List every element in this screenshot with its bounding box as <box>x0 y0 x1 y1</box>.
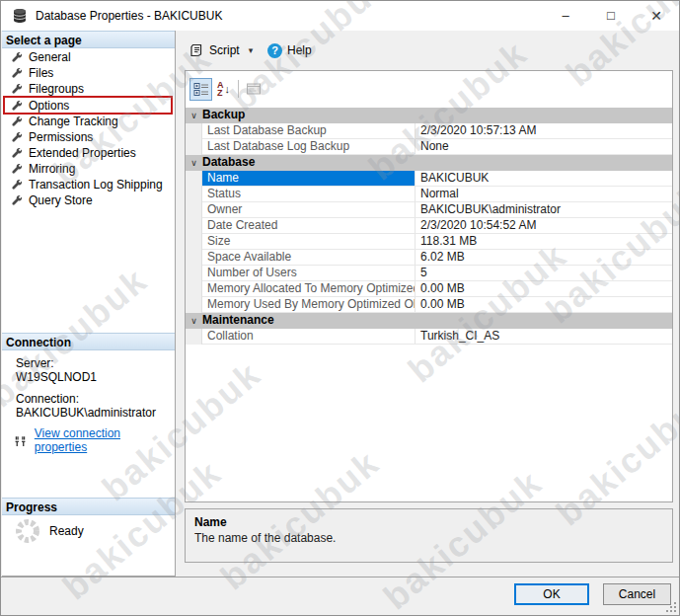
property-pages-button[interactable] <box>242 78 264 101</box>
property-value: 2/3/2020 10:57:13 AM <box>416 123 672 139</box>
property-row-collation[interactable]: Collation Turkish_CI_AS <box>186 329 672 345</box>
maximize-button[interactable]: □ <box>588 1 634 31</box>
property-value[interactable]: BAKICUBUK <box>416 171 672 187</box>
sidebar-item-label: Change Tracking <box>29 115 118 128</box>
categorized-view-button[interactable] <box>189 78 212 101</box>
description-text: The name of the database. <box>194 531 663 545</box>
sidebar: Select a page General Files Filegroups O… <box>2 31 176 577</box>
sidebar-item-transaction-log-shipping[interactable]: Transaction Log Shipping <box>2 177 175 192</box>
sidebar-item-label: General <box>29 50 71 64</box>
ok-button[interactable]: OK <box>514 583 589 605</box>
help-icon: ? <box>267 43 282 58</box>
property-row-space-available[interactable]: Space Available 6.02 MB <box>186 250 672 266</box>
wrench-icon <box>11 194 23 206</box>
property-value: 2/3/2020 10:54:52 AM <box>416 218 672 234</box>
property-value: BAKICUBUK\administrator <box>416 202 672 218</box>
property-label: Last Database Backup <box>202 123 416 139</box>
property-row-date-created[interactable]: Date Created 2/3/2020 10:54:52 AM <box>186 218 672 234</box>
minimize-button[interactable]: – <box>543 1 588 31</box>
wrench-icon <box>11 131 23 143</box>
collapse-chevron-icon[interactable]: ∨ <box>186 108 202 123</box>
connection-label: Connection: <box>16 392 79 406</box>
sidebar-item-general[interactable]: General <box>2 49 175 65</box>
view-connection-properties-link[interactable]: View connection properties <box>35 426 175 454</box>
wrench-icon <box>11 67 23 79</box>
wrench-icon <box>11 163 23 175</box>
property-description-panel: Name The name of the database. <box>185 508 673 563</box>
category-row-database[interactable]: ∨ Database <box>186 155 672 171</box>
row-gutter <box>186 218 202 234</box>
sidebar-item-options[interactable]: Options <box>2 98 175 114</box>
wrench-icon <box>11 100 23 112</box>
sidebar-item-mirroring[interactable]: Mirroring <box>2 161 175 177</box>
server-label: Server: <box>16 356 54 370</box>
property-label: Memory Allocated To Memory Optimized Obj <box>202 281 416 297</box>
wrench-icon <box>11 83 23 95</box>
sidebar-item-label: Permissions <box>29 130 93 144</box>
property-value: 0.00 MB <box>416 281 672 297</box>
script-button-label: Script <box>209 43 240 57</box>
categorized-icon <box>193 82 209 97</box>
property-grid-toolbar: AZ↓ <box>189 77 264 101</box>
property-row-status[interactable]: Status Normal <box>186 187 672 202</box>
property-label: Name <box>202 171 416 187</box>
property-row-last-database-log-backup[interactable]: Last Database Log Backup None <box>186 139 672 155</box>
property-row-size[interactable]: Size 118.31 MB <box>186 234 672 250</box>
property-grid: ∨ Backup Last Database Backup 2/3/2020 1… <box>186 108 672 345</box>
dialog-toolbar: Script ▾ ? Help <box>177 31 680 68</box>
help-button[interactable]: ? Help <box>264 38 316 62</box>
property-row-last-database-backup[interactable]: Last Database Backup 2/3/2020 10:57:13 A… <box>186 123 672 139</box>
category-row-backup[interactable]: ∨ Backup <box>186 108 672 123</box>
row-gutter <box>186 281 202 297</box>
category-row-maintenance[interactable]: ∨ Maintenance <box>186 313 672 329</box>
window-title: Database Properties - BAKICUBUK <box>36 1 222 31</box>
close-button[interactable]: ✕ <box>634 1 679 31</box>
alphabetical-sort-button[interactable]: AZ↓ <box>212 78 235 101</box>
property-row-name[interactable]: Name BAKICUBUK <box>186 171 672 187</box>
sidebar-item-filegroups[interactable]: Filegroups <box>2 81 175 97</box>
collapse-chevron-icon[interactable]: ∨ <box>186 313 202 329</box>
database-icon <box>12 8 28 24</box>
property-label: Owner <box>202 202 416 218</box>
wrench-icon <box>11 179 23 191</box>
collapse-chevron-icon[interactable]: ∨ <box>186 155 202 171</box>
chevron-down-icon[interactable]: ▾ <box>245 45 254 55</box>
property-row-memory-used[interactable]: Memory Used By Memory Optimized Objects … <box>186 297 672 313</box>
sidebar-item-label: Transaction Log Shipping <box>29 178 163 192</box>
wrench-icon <box>11 51 23 63</box>
sidebar-item-permissions[interactable]: Permissions <box>2 129 175 145</box>
sidebar-item-files[interactable]: Files <box>2 65 175 81</box>
property-row-owner[interactable]: Owner BAKICUBUK\administrator <box>186 202 672 218</box>
wrench-icon <box>11 147 23 159</box>
property-pages-icon <box>246 82 262 96</box>
row-gutter <box>186 123 202 139</box>
select-a-page-header: Select a page <box>2 31 175 48</box>
property-label: Date Created <box>202 218 416 234</box>
sidebar-item-label: Mirroring <box>29 162 75 176</box>
cancel-button[interactable]: Cancel <box>603 583 671 605</box>
title-bar[interactable]: Database Properties - BAKICUBUK – □ ✕ <box>1 1 679 31</box>
property-label: Status <box>202 187 416 202</box>
property-row-memory-allocated[interactable]: Memory Allocated To Memory Optimized Obj… <box>186 281 672 297</box>
server-value: W19SQLNOD1 <box>16 370 97 384</box>
property-label: Memory Used By Memory Optimized Objects <box>202 297 416 313</box>
property-label: Number of Users <box>202 266 416 281</box>
property-label: Space Available <box>202 250 416 266</box>
sidebar-item-extended-properties[interactable]: Extended Properties <box>2 145 175 161</box>
property-value: 0.00 MB <box>416 297 672 313</box>
sidebar-item-query-store[interactable]: Query Store <box>2 192 175 208</box>
row-gutter <box>186 297 202 313</box>
row-gutter <box>186 139 202 155</box>
script-button[interactable]: Script ▾ <box>185 38 257 62</box>
property-grid-panel: AZ↓ ∨ Backup Last Database Backup 2/3/20… <box>185 70 673 502</box>
progress-status: Ready <box>49 524 84 538</box>
sidebar-item-label: Query Store <box>29 193 93 207</box>
row-gutter <box>186 266 202 281</box>
sidebar-item-label: Filegroups <box>29 82 84 96</box>
property-value: 6.02 MB <box>416 250 672 266</box>
footer-divider <box>1 577 679 578</box>
description-title: Name <box>194 515 663 529</box>
resize-grip[interactable] <box>666 602 676 612</box>
property-row-number-of-users[interactable]: Number of Users 5 <box>186 266 672 281</box>
sidebar-item-change-tracking[interactable]: Change Tracking <box>2 114 175 129</box>
